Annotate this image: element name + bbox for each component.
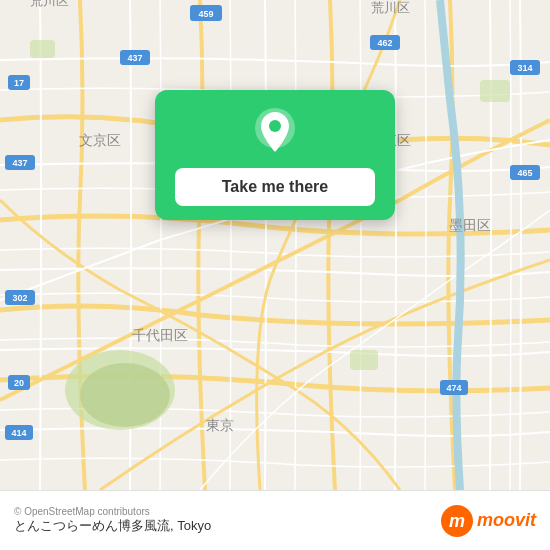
svg-text:437: 437: [12, 158, 27, 168]
svg-text:文京区: 文京区: [79, 132, 121, 148]
moovit-logo-icon: m: [441, 505, 473, 537]
svg-text:459: 459: [198, 9, 213, 19]
svg-text:414: 414: [11, 428, 26, 438]
svg-text:462: 462: [377, 38, 392, 48]
svg-rect-3: [30, 40, 55, 58]
svg-text:荒川区: 荒川区: [371, 0, 410, 15]
footer: © OpenStreetMap contributors とんこつらーめん博多風…: [0, 490, 550, 550]
footer-left: © OpenStreetMap contributors とんこつらーめん博多風…: [14, 506, 211, 535]
place-name: とんこつらーめん博多風流, Tokyo: [14, 517, 211, 535]
svg-text:20: 20: [14, 378, 24, 388]
map-attribution: © OpenStreetMap contributors: [14, 506, 211, 517]
svg-text:東京: 東京: [206, 417, 234, 433]
svg-text:465: 465: [517, 168, 532, 178]
svg-rect-4: [480, 80, 510, 102]
svg-point-2: [80, 363, 170, 427]
svg-text:墨田区: 墨田区: [449, 217, 491, 233]
map-pin-icon: [251, 108, 299, 156]
moovit-logo: m moovit: [441, 505, 536, 537]
map-container: 459 437 462 314 17 437 465 302 20 414 47…: [0, 0, 550, 490]
svg-text:437: 437: [127, 53, 142, 63]
take-me-there-button[interactable]: Take me there: [175, 168, 375, 206]
svg-text:314: 314: [517, 63, 532, 73]
svg-point-36: [269, 120, 281, 132]
svg-text:荒川区: 荒川区: [30, 0, 69, 8]
svg-rect-5: [350, 350, 378, 370]
svg-text:474: 474: [446, 383, 461, 393]
svg-text:17: 17: [14, 78, 24, 88]
svg-text:千代田区: 千代田区: [132, 327, 188, 343]
location-card: Take me there: [155, 90, 395, 220]
svg-text:302: 302: [12, 293, 27, 303]
svg-text:m: m: [449, 511, 465, 531]
moovit-brand-text: moovit: [477, 510, 536, 531]
